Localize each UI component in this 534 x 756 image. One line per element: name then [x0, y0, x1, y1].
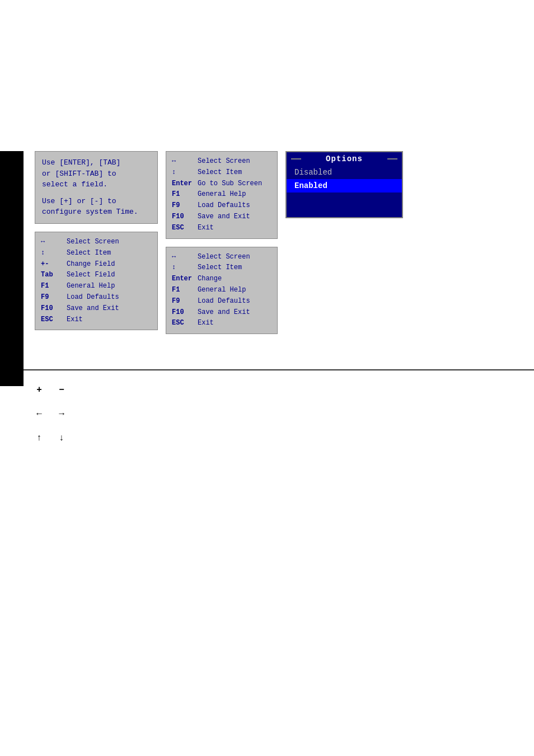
left-arrow-symbol: ←	[34, 405, 45, 424]
key-row: +- Change Field	[41, 259, 152, 270]
key-desc: Load Defaults	[198, 200, 250, 212]
key-row: ↔ Select Screen	[172, 252, 271, 263]
key-desc: Select Item	[198, 262, 242, 274]
key-label: F1	[172, 285, 194, 296]
help-line-1: Use [ENTER], [TAB]	[42, 157, 151, 168]
key-desc: Exit	[67, 314, 83, 326]
key-desc: Save and Exit	[198, 307, 250, 318]
plus-symbol: +	[34, 381, 45, 400]
key-label: F9	[172, 296, 194, 307]
key-row: Tab Select Field	[41, 270, 152, 281]
key-row: Enter Change	[172, 274, 271, 285]
key-box-top-middle: ↔ Select Screen ↕ Select Item Enter Go t…	[166, 151, 278, 239]
help-line-3: select a field.	[42, 179, 151, 190]
key-label: ↔	[172, 156, 194, 167]
key-label: Tab	[41, 270, 63, 281]
key-label: F10	[172, 307, 194, 318]
key-desc: Go to Sub Screen	[198, 179, 262, 190]
key-label: ↔	[172, 252, 194, 263]
key-row: F9 Load Defaults	[41, 292, 152, 303]
key-label: +-	[41, 259, 63, 270]
key-row: ↕ Select Item	[172, 167, 271, 179]
key-desc: Save and Exit	[67, 303, 119, 314]
main-area: Use [ENTER], [TAB] or [SHIFT-TAB] to sel…	[24, 151, 534, 342]
key-label: F10	[41, 303, 63, 314]
minus-symbol: −	[56, 381, 67, 400]
options-box: Options Disabled Enabled	[285, 151, 403, 218]
column-right: Options Disabled Enabled	[285, 151, 406, 218]
help-line-5: Use [+] or [-] to	[42, 196, 151, 207]
key-desc: Change Field	[67, 259, 115, 270]
options-item-disabled[interactable]: Disabled	[287, 166, 402, 179]
key-label: ESC	[41, 314, 63, 326]
key-label: ↕	[172, 167, 194, 179]
key-label: Enter	[172, 274, 194, 285]
key-desc: General Help	[198, 189, 246, 200]
key-label: F1	[172, 189, 194, 200]
left-sidebar	[0, 151, 24, 386]
key-desc: Load Defaults	[67, 292, 119, 303]
key-label: F1	[41, 281, 63, 292]
key-desc: Select Screen	[198, 252, 250, 263]
key-box-bottom-middle: ↔ Select Screen ↕ Select Item Enter Chan…	[166, 247, 278, 335]
key-desc: Select Field	[67, 270, 115, 281]
symbol-row-plus-minus: + −	[34, 381, 67, 400]
key-row: ↔ Select Screen	[41, 237, 152, 248]
column-middle: ↔ Select Screen ↕ Select Item Enter Go t…	[166, 151, 278, 334]
key-label: ESC	[172, 223, 194, 234]
key-row: F9 Load Defaults	[172, 200, 271, 212]
key-row: ESC Exit	[172, 318, 271, 329]
symbol-row-up-down: ↑ ↓	[34, 429, 67, 448]
key-row: F1 General Help	[172, 189, 271, 200]
key-desc: Change	[198, 274, 222, 285]
options-item-enabled[interactable]: Enabled	[287, 179, 402, 192]
key-row: F10 Save and Exit	[172, 307, 271, 318]
key-row: F10 Save and Exit	[41, 303, 152, 314]
key-row: ↔ Select Screen	[172, 156, 271, 167]
help-line-6: configure system Time.	[42, 206, 151, 218]
key-label: ↔	[41, 237, 63, 248]
key-row: ↕ Select Item	[172, 262, 271, 274]
key-desc: Select Item	[67, 248, 111, 259]
key-desc: Exit	[198, 318, 214, 329]
key-label: ESC	[172, 318, 194, 329]
key-row: F10 Save and Exit	[172, 212, 271, 223]
help-box: Use [ENTER], [TAB] or [SHIFT-TAB] to sel…	[35, 151, 158, 224]
key-row: ESC Exit	[172, 223, 271, 234]
key-row: ESC Exit	[41, 314, 152, 326]
key-desc: Select Screen	[198, 156, 250, 167]
up-arrow-symbol: ↑	[34, 429, 45, 448]
separator-line	[24, 369, 534, 370]
key-desc: Select Screen	[67, 237, 119, 248]
key-desc: Save and Exit	[198, 212, 250, 223]
down-arrow-symbol: ↓	[56, 429, 67, 448]
key-label: ↕	[172, 262, 194, 274]
key-desc: Exit	[198, 223, 214, 234]
key-label: F10	[172, 212, 194, 223]
key-row: ↕ Select Item	[41, 248, 152, 259]
symbol-row-left-right: ← →	[34, 405, 67, 424]
top-row: Use [ENTER], [TAB] or [SHIFT-TAB] to sel…	[35, 151, 406, 334]
column-left: Use [ENTER], [TAB] or [SHIFT-TAB] to sel…	[35, 151, 158, 330]
key-desc: General Help	[67, 281, 115, 292]
key-label: Enter	[172, 179, 194, 190]
key-row: F1 General Help	[172, 285, 271, 296]
key-desc: Load Defaults	[198, 296, 250, 307]
key-label: F9	[41, 292, 63, 303]
key-row: Enter Go to Sub Screen	[172, 179, 271, 190]
options-title: Options	[326, 154, 363, 163]
right-arrow-symbol: →	[56, 405, 67, 424]
symbols-section: + − ← → ↑ ↓	[34, 381, 67, 453]
help-line-2: or [SHIFT-TAB] to	[42, 168, 151, 180]
options-title-bar: Options	[287, 152, 402, 166]
key-desc: Select Item	[198, 167, 242, 179]
key-label: ↕	[41, 248, 63, 259]
key-box-bottom-left: ↔ Select Screen ↕ Select Item +- Change …	[35, 232, 158, 330]
key-label: F9	[172, 200, 194, 212]
key-desc: General Help	[198, 285, 246, 296]
key-row: F1 General Help	[41, 281, 152, 292]
key-row: F9 Load Defaults	[172, 296, 271, 307]
